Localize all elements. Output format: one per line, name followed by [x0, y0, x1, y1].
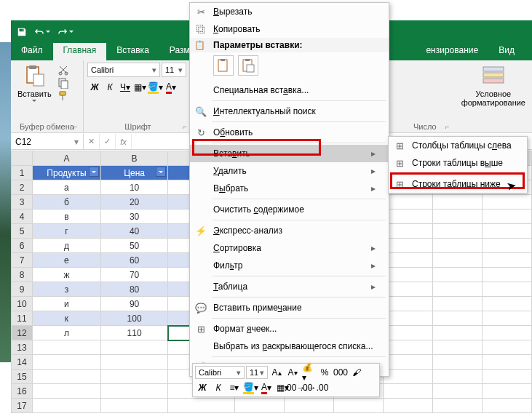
- cell[interactable]: [483, 370, 532, 384]
- mini-grow-font[interactable]: A▴: [269, 366, 284, 379]
- paste-option-2[interactable]: [238, 55, 258, 76]
- cell[interactable]: [384, 297, 433, 311]
- cell[interactable]: д: [33, 239, 101, 253]
- cell[interactable]: [168, 399, 235, 413]
- redo-button[interactable]: [57, 28, 74, 36]
- filter-icon[interactable]: [156, 167, 166, 177]
- paste-option-1[interactable]: [213, 55, 234, 76]
- mini-percent[interactable]: %: [317, 366, 332, 379]
- cell[interactable]: [483, 384, 532, 399]
- row-header-5[interactable]: 5: [12, 224, 33, 239]
- cell[interactable]: [433, 384, 483, 399]
- cut-icon[interactable]: [57, 64, 69, 76]
- cell[interactable]: [33, 399, 101, 413]
- row-header-6[interactable]: 6: [12, 239, 33, 253]
- mini-font-color[interactable]: A▾: [259, 381, 274, 394]
- tab-insert[interactable]: Вставка: [106, 43, 159, 60]
- row-header-1[interactable]: 1: [12, 166, 33, 180]
- cell[interactable]: [433, 297, 483, 311]
- mini-format-painter[interactable]: 🖌: [349, 366, 364, 379]
- row-header-13[interactable]: 13: [12, 340, 33, 355]
- cell[interactable]: а: [33, 180, 101, 195]
- cell[interactable]: [384, 311, 433, 326]
- cell[interactable]: [433, 311, 483, 326]
- cell[interactable]: [334, 399, 384, 413]
- cell[interactable]: [433, 224, 483, 239]
- mini-fill-color[interactable]: 🪣▾: [243, 381, 258, 394]
- cell[interactable]: з: [33, 282, 101, 297]
- cell[interactable]: [433, 210, 483, 224]
- mini-shrink-font[interactable]: A▾: [285, 366, 300, 379]
- cell[interactable]: [384, 355, 433, 370]
- cell[interactable]: [433, 340, 483, 355]
- ctx-copy[interactable]: ⿻Копировать: [190, 20, 389, 38]
- copy-icon[interactable]: [57, 77, 69, 89]
- row-header-9[interactable]: 9: [12, 282, 33, 297]
- ctx-delete[interactable]: Удалить▸: [190, 162, 389, 180]
- cell[interactable]: 60: [100, 253, 167, 268]
- italic-button[interactable]: К: [103, 80, 117, 95]
- row-header-2[interactable]: 2: [12, 180, 33, 195]
- font-launcher-icon[interactable]: ⌐: [183, 123, 187, 131]
- row-header-3[interactable]: 3: [12, 195, 33, 210]
- submenu-rows-below[interactable]: ⊞Строки таблицы ниже: [389, 175, 527, 193]
- underline-button[interactable]: Ч▾: [118, 80, 132, 95]
- cell[interactable]: [33, 370, 101, 384]
- cell[interactable]: [433, 239, 483, 253]
- cell[interactable]: [33, 384, 101, 399]
- cell[interactable]: [384, 326, 433, 340]
- cell[interactable]: [433, 355, 483, 370]
- ctx-table[interactable]: Таблица▸: [190, 278, 389, 295]
- ctx-sort[interactable]: Сортировка▸: [190, 239, 389, 257]
- cell[interactable]: е: [33, 253, 101, 268]
- cell[interactable]: [100, 340, 167, 355]
- cell[interactable]: [100, 384, 167, 399]
- cell[interactable]: [33, 340, 101, 355]
- tab-file[interactable]: Файл: [11, 43, 53, 60]
- cell[interactable]: [483, 297, 532, 311]
- ctx-clear[interactable]: Очистить содержимое: [190, 201, 389, 218]
- bold-button[interactable]: Ж: [87, 80, 102, 95]
- undo-button[interactable]: [34, 28, 50, 36]
- name-box[interactable]: C12▾: [11, 134, 84, 149]
- ctx-dropdown-list[interactable]: Выбрать из раскрывающегося списка...: [190, 338, 389, 355]
- ctx-filter[interactable]: Фильтр▸: [190, 257, 389, 274]
- table-header-1[interactable]: Цена: [100, 166, 167, 180]
- cell[interactable]: в: [33, 210, 101, 224]
- cell[interactable]: [483, 282, 532, 297]
- font-name-combo[interactable]: Calibri▾: [87, 63, 160, 77]
- cell[interactable]: [384, 224, 433, 239]
- cell[interactable]: [384, 370, 433, 384]
- row-header-10[interactable]: 10: [12, 297, 33, 311]
- cell[interactable]: [100, 355, 167, 370]
- cell[interactable]: 50: [100, 239, 167, 253]
- cell[interactable]: [433, 195, 483, 210]
- ctx-paste-special[interactable]: Специальная вставка...: [190, 81, 389, 99]
- cell[interactable]: [483, 399, 532, 413]
- tab-review[interactable]: ензирование: [416, 43, 488, 60]
- cell[interactable]: [483, 210, 532, 224]
- row-header-15[interactable]: 15: [12, 370, 33, 384]
- cell[interactable]: [483, 224, 532, 239]
- col-header-A[interactable]: A: [33, 151, 101, 166]
- cell[interactable]: [384, 195, 433, 210]
- tab-help[interactable]: Справка: [525, 43, 532, 60]
- enter-formula-icon[interactable]: ✓: [100, 134, 116, 149]
- cell[interactable]: [483, 195, 532, 210]
- ctx-refresh[interactable]: ↻Обновить: [190, 124, 389, 141]
- cell[interactable]: и: [33, 297, 101, 311]
- cell[interactable]: [384, 268, 433, 282]
- select-all-corner[interactable]: [12, 151, 33, 166]
- cell[interactable]: [483, 268, 532, 282]
- cell[interactable]: [285, 399, 334, 413]
- cell[interactable]: [235, 399, 285, 413]
- cell[interactable]: 70: [100, 268, 167, 282]
- cell[interactable]: [433, 326, 483, 340]
- cell[interactable]: [100, 399, 167, 413]
- row-header-14[interactable]: 14: [12, 355, 33, 370]
- row-header-11[interactable]: 11: [12, 311, 33, 326]
- mini-align[interactable]: ≡▾: [227, 381, 242, 394]
- cell[interactable]: [483, 311, 532, 326]
- undo-dropdown-icon[interactable]: [46, 31, 50, 33]
- ctx-quick-analysis[interactable]: ⚡Экспресс-анализ: [190, 222, 389, 239]
